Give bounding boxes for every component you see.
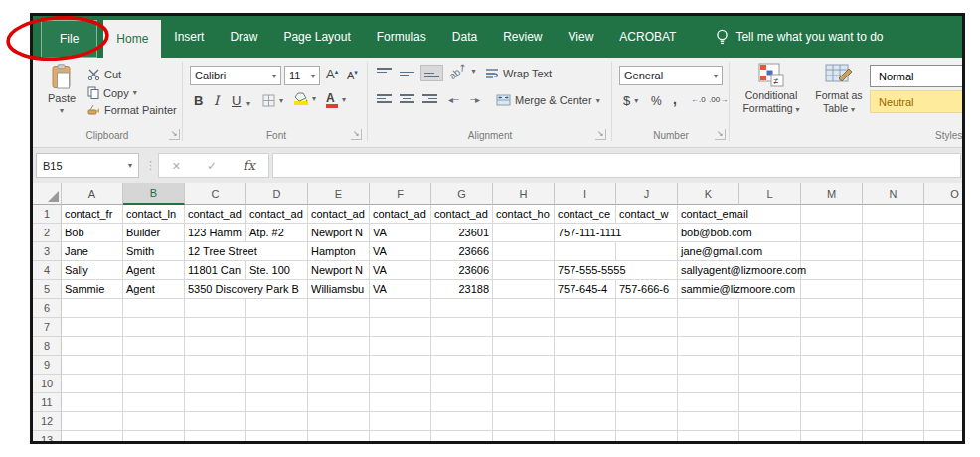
cell-B9[interactable] — [123, 356, 185, 375]
cell-E2[interactable]: Newport N — [308, 224, 370, 242]
column-header-D[interactable]: D — [246, 183, 308, 205]
cell-G8[interactable] — [431, 337, 493, 356]
cell-K5[interactable]: sammie@lizmoore.com — [678, 280, 739, 299]
increase-indent-button[interactable]: ┄▸ — [470, 94, 480, 105]
cell-I3[interactable] — [555, 242, 616, 261]
cell-O3[interactable] — [924, 242, 962, 261]
cell-F4[interactable]: VA — [370, 261, 431, 280]
row-header-3[interactable]: 3 — [33, 242, 62, 261]
cell-N9[interactable] — [863, 356, 924, 375]
cell-O9[interactable] — [924, 356, 962, 375]
cell-G7[interactable] — [431, 318, 493, 337]
cell-K10[interactable] — [678, 375, 739, 393]
cell-J6[interactable] — [616, 299, 678, 318]
cell-J2[interactable] — [616, 224, 678, 242]
cell-F7[interactable] — [370, 318, 431, 337]
cell-E11[interactable] — [308, 393, 370, 412]
cell-M12[interactable] — [801, 412, 863, 431]
cell-E12[interactable] — [308, 412, 370, 431]
cell-B8[interactable] — [123, 337, 185, 356]
cell-I6[interactable] — [555, 299, 616, 318]
tab-home[interactable]: Home — [103, 20, 161, 58]
cell-I10[interactable] — [555, 375, 616, 393]
cell-G6[interactable] — [431, 299, 493, 318]
cell-E6[interactable] — [308, 299, 370, 318]
cell-D11[interactable] — [246, 393, 308, 412]
cell-L8[interactable] — [739, 337, 801, 356]
cell-I5[interactable]: 757-645-4 — [555, 280, 616, 299]
cell-G3[interactable]: 23666 — [431, 242, 493, 261]
cell-F9[interactable] — [370, 356, 431, 375]
cell-J8[interactable] — [616, 337, 678, 356]
cell-K12[interactable] — [678, 412, 739, 431]
cell-N8[interactable] — [863, 337, 924, 356]
tab-formulas[interactable]: Formulas — [364, 16, 439, 58]
cell-M13[interactable] — [801, 431, 863, 441]
cell-M1[interactable] — [801, 205, 863, 224]
cell-O8[interactable] — [924, 337, 962, 356]
cell-E5[interactable]: Williamsbu — [308, 280, 370, 299]
cell-F2[interactable]: VA — [370, 224, 431, 242]
cell-L11[interactable] — [739, 393, 801, 412]
cell-N2[interactable] — [863, 224, 924, 242]
cell-G4[interactable]: 23606 — [431, 261, 493, 280]
formula-input[interactable] — [272, 153, 961, 178]
cell-L6[interactable] — [739, 299, 801, 318]
bold-button[interactable]: B — [194, 93, 203, 108]
name-box[interactable]: B15 ▾ — [36, 153, 139, 178]
tab-file[interactable]: File — [41, 20, 97, 58]
cell-A13[interactable] — [62, 431, 123, 441]
cell-A11[interactable] — [62, 393, 123, 412]
alignment-dialog-launcher-icon[interactable]: ↘ — [595, 129, 606, 140]
cell-A9[interactable] — [62, 356, 123, 375]
cell-L10[interactable] — [739, 375, 801, 393]
cell-H6[interactable] — [493, 299, 555, 318]
cell-B7[interactable] — [123, 318, 185, 337]
column-header-C[interactable]: C — [185, 183, 246, 205]
cell-J13[interactable] — [616, 431, 678, 441]
cell-D1[interactable]: contact_ad — [246, 205, 308, 224]
cell-H5[interactable] — [493, 280, 555, 299]
cell-E9[interactable] — [308, 356, 370, 375]
cell-M4[interactable] — [801, 261, 863, 280]
middle-align-button[interactable] — [400, 68, 414, 76]
cell-G9[interactable] — [431, 356, 493, 375]
cell-H12[interactable] — [493, 412, 555, 431]
row-header-13[interactable]: 13 — [33, 431, 62, 441]
style-normal[interactable]: Normal — [870, 65, 965, 87]
cell-M6[interactable] — [801, 299, 863, 318]
cell-L9[interactable] — [739, 356, 801, 375]
cell-M3[interactable] — [801, 242, 863, 261]
cell-C1[interactable]: contact_ad — [185, 205, 246, 224]
cell-A4[interactable]: Sally — [62, 261, 123, 280]
cell-K1[interactable]: contact_email — [678, 205, 739, 224]
cell-C10[interactable] — [185, 375, 246, 393]
cell-K9[interactable] — [678, 356, 739, 375]
cell-N6[interactable] — [863, 299, 924, 318]
tab-page-layout[interactable]: Page Layout — [270, 16, 363, 58]
cell-A8[interactable] — [62, 337, 123, 356]
cell-L13[interactable] — [739, 431, 801, 441]
cell-O6[interactable] — [924, 299, 962, 318]
font-dialog-launcher-icon[interactable]: ↘ — [351, 129, 362, 140]
cell-F5[interactable]: VA — [370, 280, 431, 299]
cell-N11[interactable] — [863, 393, 924, 412]
cell-O2[interactable] — [924, 224, 962, 242]
cell-A3[interactable]: Jane — [62, 242, 123, 261]
column-header-L[interactable]: L — [739, 183, 801, 205]
cell-M8[interactable] — [801, 337, 863, 356]
cancel-icon[interactable]: × — [172, 158, 180, 174]
cell-B3[interactable]: Smith — [123, 242, 185, 261]
row-header-2[interactable]: 2 — [33, 224, 62, 242]
cell-I4[interactable]: 757-555-5555 — [555, 261, 616, 280]
cell-E10[interactable] — [308, 375, 370, 393]
tab-acrobat[interactable]: ACROBAT — [606, 16, 689, 58]
cell-J5[interactable]: 757-666-6 — [616, 280, 678, 299]
cell-I2[interactable]: 757-111-1111 — [555, 224, 616, 242]
number-format-combo[interactable]: General▾ — [619, 66, 723, 85]
column-header-H[interactable]: H — [493, 183, 555, 205]
row-header-7[interactable]: 7 — [33, 318, 62, 337]
increase-decimal-button[interactable]: ←.0 — [691, 95, 706, 104]
cell-K3[interactable]: jane@gmail.com — [678, 242, 739, 261]
cell-A7[interactable] — [62, 318, 123, 337]
